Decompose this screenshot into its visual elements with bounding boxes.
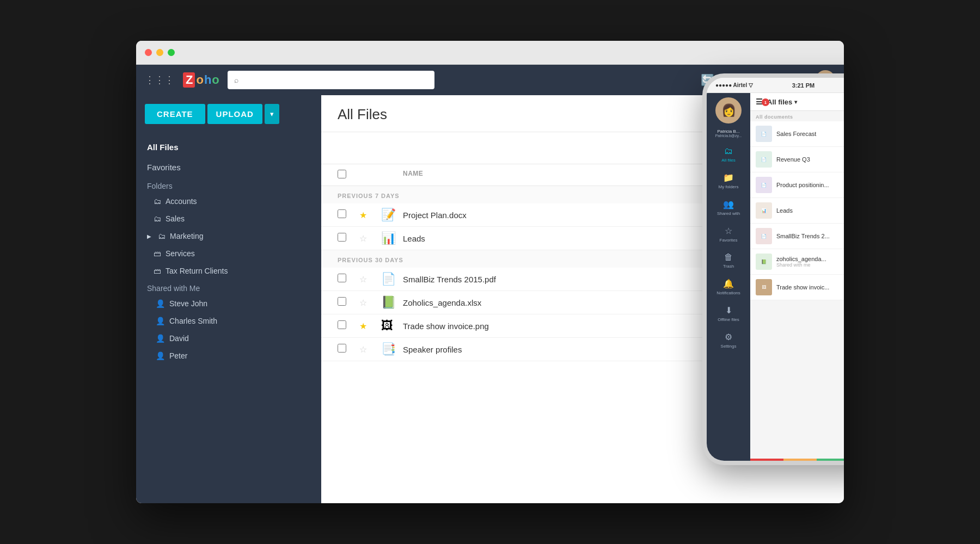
file-name-cell: Trade show invoice.png [403, 322, 719, 331]
phone-nav-notifications[interactable]: 🔔 Notifications [707, 274, 750, 300]
sidebar-folder-sales[interactable]: 🗂 Sales [136, 210, 321, 227]
zoho-h: h [204, 73, 211, 87]
phone-nav-label: Offline files [718, 317, 739, 322]
mac-window: ⋮⋮⋮ Zoho 🔄 📦 ☑ ⚙ ❓ 👩 CREATE UPLOAD ▾ All… [136, 41, 844, 503]
phone-file-info: Product positionin... [776, 182, 844, 188]
sidebar-user-peter[interactable]: 👤 Peter [136, 347, 321, 364]
checkbox-cell [338, 344, 359, 355]
star-cell: ☆ [359, 274, 381, 285]
grid-menu-icon[interactable]: ⋮⋮⋮ [145, 74, 174, 86]
star-icon[interactable]: ☆ [359, 345, 367, 354]
file-checkbox[interactable] [338, 233, 346, 242]
phone-time: 3:21 PM [792, 82, 815, 89]
file-checkbox[interactable] [338, 209, 346, 218]
arrow-right-icon: ▶ [147, 233, 151, 239]
phone-sidebar: 👩 Patricia B... Patricia.b@zy... 🗂 All f… [707, 93, 750, 461]
upload-button[interactable]: UPLOAD [207, 104, 262, 124]
offline-files-nav-icon: ⬇ [725, 305, 732, 316]
phone-file-info: zoholics_agenda... Shared with me [776, 256, 844, 268]
phone-user-avatar[interactable]: 👩 [715, 97, 742, 123]
folder-sales-label: Sales [166, 214, 185, 223]
sidebar-item-favorites[interactable]: Favorites [136, 157, 321, 177]
phone-file-info: Leads [776, 207, 844, 214]
phone-file-name: SmallBiz Trends 2... [776, 233, 844, 239]
phone-nav-label: Trash [723, 264, 734, 269]
title-bar [136, 41, 844, 65]
upload-dropdown-button[interactable]: ▾ [265, 104, 279, 124]
search-input[interactable] [228, 71, 434, 89]
list-item[interactable]: 📄 Product positionin... [750, 172, 844, 198]
favorites-nav-icon: ☆ [725, 226, 732, 236]
folder-accounts-label: Accounts [166, 197, 197, 206]
phone-file-sub: Shared with me [776, 262, 844, 268]
list-item[interactable]: 📄 SmallBiz Trends 2... [750, 224, 844, 249]
phone-nav-trash[interactable]: 🗑 Trash [707, 248, 750, 273]
name-col-header: NAME [403, 170, 719, 180]
phone-file-info: Revenue Q3 [776, 156, 844, 163]
spreadsheet-file-icon: 📊 [381, 231, 396, 245]
list-item[interactable]: 📄 Revenue Q3 [750, 147, 844, 172]
file-checkbox[interactable] [338, 297, 346, 306]
phone-body: 👩 Patricia B... Patricia.b@zy... 🗂 All f… [707, 93, 844, 461]
folders-section-label: Folders [136, 177, 321, 193]
star-cell: ★ [359, 210, 381, 220]
star-icon[interactable]: ☆ [359, 298, 367, 307]
sidebar-user-steve-john[interactable]: 👤 Steve John [136, 295, 321, 312]
file-name-cell: Speaker profiles [403, 345, 719, 354]
phone-nav-favorites[interactable]: ☆ Favorites [707, 221, 750, 247]
icon-cell: 📊 [381, 231, 403, 245]
user-david-label: David [169, 334, 189, 343]
star-icon[interactable]: ★ [359, 322, 367, 331]
phone-nav-settings[interactable]: ⚙ Settings [707, 327, 750, 353]
create-button[interactable]: CREATE [145, 104, 205, 124]
word-file-icon: 📝 [381, 208, 396, 221]
list-item[interactable]: 📄 Sales Forecast [750, 121, 844, 147]
all-files-nav-icon: 🗂 [724, 146, 733, 156]
doc-file-icon: 📑 [381, 342, 396, 356]
checkbox-cell [338, 320, 359, 331]
user-icon: 👤 [156, 299, 165, 308]
file-thumbnail: 📄 [756, 126, 772, 142]
phone-nav-shared-with[interactable]: 👥 Shared with [707, 195, 750, 220]
sidebar-folder-marketing[interactable]: ▶ 🗂 Marketing [136, 227, 321, 245]
sidebar-folder-services[interactable]: 🗃 Services [136, 245, 321, 262]
phone-nav-offline-files[interactable]: ⬇ Offline files [707, 301, 750, 326]
minimize-button[interactable] [156, 49, 163, 56]
star-icon[interactable]: ☆ [359, 234, 367, 243]
sidebar-item-all-files[interactable]: All Files [136, 137, 321, 157]
phone-all-files-label: All files [767, 98, 792, 106]
star-icon[interactable]: ★ [359, 211, 367, 220]
list-item[interactable]: 📊 Leads [750, 198, 844, 224]
checkbox-cell [338, 274, 359, 285]
star-cell: ☆ [359, 298, 381, 308]
shared-with-nav-icon: 👥 [723, 199, 734, 209]
phone-status-bar: ●●●●● Airtel ▽ 3:21 PM ⊃ 56%▓ [707, 78, 844, 93]
list-item[interactable]: 📗 zoholics_agenda... Shared with me [750, 249, 844, 275]
sidebar-user-charles-smith[interactable]: 👤 Charles Smith [136, 312, 321, 330]
phone-nav-my-folders[interactable]: 📁 My folders [707, 168, 750, 194]
checkbox-cell [338, 209, 359, 220]
traffic-lights [145, 49, 175, 56]
file-name: Zoholics_agenda.xlsx [403, 298, 481, 307]
list-item[interactable]: 🖼 Trade show invoic... [750, 275, 844, 300]
image-file-icon: 🖼 [381, 319, 393, 332]
select-all-checkbox-cell [338, 170, 359, 180]
file-checkbox[interactable] [338, 320, 346, 329]
select-all-checkbox[interactable] [338, 170, 346, 178]
close-button[interactable] [145, 49, 152, 56]
services-folder-icon: 🗃 [154, 249, 161, 258]
sidebar-user-david[interactable]: 👤 David [136, 330, 321, 347]
sidebar-actions: CREATE UPLOAD ▾ [136, 95, 321, 133]
user-icon: 👤 [156, 351, 165, 360]
phone-nav-all-files[interactable]: 🗂 All files [707, 142, 750, 167]
sidebar-folder-accounts[interactable]: 🗂 Accounts [136, 193, 321, 210]
user-charles-smith-label: Charles Smith [169, 317, 217, 325]
file-checkbox[interactable] [338, 344, 346, 353]
sidebar-folder-tax-return[interactable]: 🗃 Tax Return Clients [136, 262, 321, 280]
star-cell: ★ [359, 321, 381, 331]
favorites-label: Favorites [147, 163, 181, 172]
star-icon[interactable]: ☆ [359, 275, 367, 284]
maximize-button[interactable] [168, 49, 175, 56]
sidebar: CREATE UPLOAD ▾ All Files Favorites Fold… [136, 95, 321, 503]
file-checkbox[interactable] [338, 274, 346, 282]
